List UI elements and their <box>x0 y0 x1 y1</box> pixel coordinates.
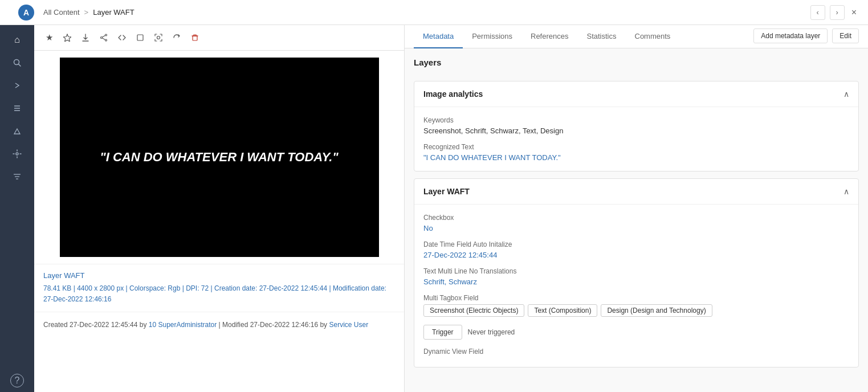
sidebar-item-filter[interactable] <box>7 166 27 187</box>
metadata-content: Layers Image analytics ∧ Keywords Screen… <box>405 48 868 392</box>
edit-button[interactable]: Edit <box>832 28 859 43</box>
top-bar: A All Content > Layer WAFT ‹ › × <box>0 0 868 25</box>
svg-marker-9 <box>63 34 71 42</box>
created-by-link[interactable]: 10 SuperAdministrator <box>149 321 217 329</box>
layer-waft-title: Layer WAFT <box>423 187 843 196</box>
sidebar-item-wrench[interactable] <box>7 144 27 164</box>
main-layout: ⌂ ? ★ <box>0 25 868 392</box>
sidebar-item-tool[interactable] <box>7 121 27 141</box>
tab-statistics[interactable]: Statistics <box>577 25 625 48</box>
tag-text: Text (Composition) <box>528 304 597 317</box>
layer-waft-header[interactable]: Layer WAFT ∧ <box>414 179 858 205</box>
top-bar-right: ‹ › × <box>810 5 859 20</box>
delete-button[interactable] <box>187 30 203 46</box>
layer-waft-card: Layer WAFT ∧ Checkbox No Date Time Field… <box>414 178 859 368</box>
svg-line-1 <box>19 64 21 67</box>
checkbox-value: No <box>423 224 849 232</box>
asset-preview-container: "I CAN DO WHATEVER I WANT TODAY." <box>34 51 404 264</box>
svg-rect-16 <box>137 35 143 40</box>
asset-info: Layer WAFT 78.41 KB | 4400 x 2800 px | C… <box>34 264 404 312</box>
sidebar-item-home[interactable]: ⌂ <box>7 30 27 50</box>
recognized-text-label: Recognized Text <box>423 143 849 151</box>
rotate-button[interactable] <box>169 30 185 46</box>
trigger-status: Never triggered <box>468 328 515 336</box>
datetime-value: 27-Dec-2022 12:45:44 <box>423 251 849 259</box>
image-analytics-header[interactable]: Image analytics ∧ <box>414 81 858 107</box>
sidebar-item-share[interactable] <box>7 75 27 96</box>
modified-by-link[interactable]: Service User <box>329 321 368 329</box>
favorite-button[interactable]: ★ <box>41 30 57 46</box>
svg-line-14 <box>102 35 105 37</box>
multi-tagbox-label: Multi Tagbox Field <box>423 294 849 302</box>
svg-point-12 <box>105 39 107 41</box>
sidebar: ⌂ ? <box>0 25 34 392</box>
preview-image: "I CAN DO WHATEVER I WANT TODAY." <box>60 58 379 257</box>
layer-waft-chevron: ∧ <box>843 187 849 196</box>
download-button[interactable] <box>78 30 93 46</box>
asset-toolbar: ★ <box>34 25 404 51</box>
sidebar-item-help[interactable]: ? <box>10 374 24 387</box>
app-logo: A <box>18 5 34 21</box>
recognized-text-value: "I CAN DO WHATEVER I WANT TODAY." <box>423 153 849 162</box>
asset-title: Layer WAFT <box>43 271 395 280</box>
svg-point-13 <box>101 37 103 39</box>
svg-point-11 <box>105 34 107 36</box>
content-area: ★ <box>34 25 868 392</box>
preview-text: "I CAN DO WHATEVER I WANT TODAY." <box>88 138 350 176</box>
image-analytics-chevron: ∧ <box>843 89 849 99</box>
unfavorite-button[interactable] <box>59 30 75 46</box>
breadcrumb: All Content > Layer WAFT <box>43 8 810 17</box>
sidebar-item-list[interactable] <box>7 98 27 119</box>
focus-button[interactable] <box>150 30 166 46</box>
logo-area: A <box>9 5 43 21</box>
tab-permissions[interactable]: Permissions <box>463 25 521 48</box>
close-button[interactable]: × <box>849 5 859 20</box>
share-button[interactable] <box>96 30 112 46</box>
datetime-label: Date Time Field Auto Initalize <box>423 240 849 248</box>
text-multi-value: Schrift, Schwarz <box>423 277 849 286</box>
text-multi-label: Text Multi Line No Translations <box>423 267 849 275</box>
svg-rect-18 <box>193 36 197 40</box>
tab-comments[interactable]: Comments <box>626 25 680 48</box>
add-metadata-layer-button[interactable]: Add metadata layer <box>753 28 828 43</box>
sidebar-item-search[interactable] <box>7 52 27 73</box>
trigger-row: Trigger Never triggered <box>423 325 849 340</box>
image-analytics-title: Image analytics <box>423 89 843 99</box>
asset-meta: 78.41 KB | 4400 x 2800 px | Colorspace: … <box>43 283 395 305</box>
breadcrumb-all-content[interactable]: All Content <box>43 8 80 17</box>
image-analytics-card: Image analytics ∧ Keywords Screenshot, S… <box>414 81 859 172</box>
tab-bar: Metadata Permissions References Statisti… <box>405 25 868 48</box>
tag-screenshot: Screenshot (Electric Objects) <box>423 304 524 317</box>
tag-design: Design (Design and Technology) <box>601 304 712 317</box>
layer-waft-body: Checkbox No Date Time Field Auto Initali… <box>414 205 858 367</box>
right-panel: Metadata Permissions References Statisti… <box>405 25 868 392</box>
svg-point-5 <box>16 153 18 155</box>
tab-metadata[interactable]: Metadata <box>414 25 463 48</box>
breadcrumb-current: Layer WAFT <box>93 8 134 17</box>
tab-references[interactable]: References <box>521 25 577 48</box>
keywords-label: Keywords <box>423 116 849 124</box>
svg-point-17 <box>157 36 160 39</box>
nav-forward-button[interactable]: › <box>830 5 845 20</box>
nav-back-button[interactable]: ‹ <box>810 5 825 20</box>
keywords-value: Screenshot, Schrift, Schwarz, Text, Desi… <box>423 126 849 135</box>
tab-actions: Add metadata layer Edit <box>753 28 859 48</box>
asset-created: Created 27-Dec-2022 12:45:44 by 10 Super… <box>34 312 404 337</box>
checkbox-label: Checkbox <box>423 214 849 222</box>
created-prefix: Created 27-Dec-2022 12:45:44 by <box>43 321 146 329</box>
image-analytics-body: Keywords Screenshot, Schrift, Schwarz, T… <box>414 107 858 171</box>
tags-row: Screenshot (Electric Objects) Text (Comp… <box>423 304 849 317</box>
modified-prefix: | Modified 27-Dec-2022 12:46:16 by <box>219 321 328 329</box>
asset-panel: ★ <box>34 25 405 392</box>
svg-line-15 <box>102 38 105 40</box>
breadcrumb-separator: > <box>84 8 89 17</box>
dynamic-view-label: Dynamic View Field <box>423 348 849 356</box>
crop-button[interactable] <box>132 30 148 46</box>
trigger-button[interactable]: Trigger <box>423 325 462 340</box>
embed-button[interactable] <box>114 30 130 46</box>
layers-title: Layers <box>414 58 859 67</box>
